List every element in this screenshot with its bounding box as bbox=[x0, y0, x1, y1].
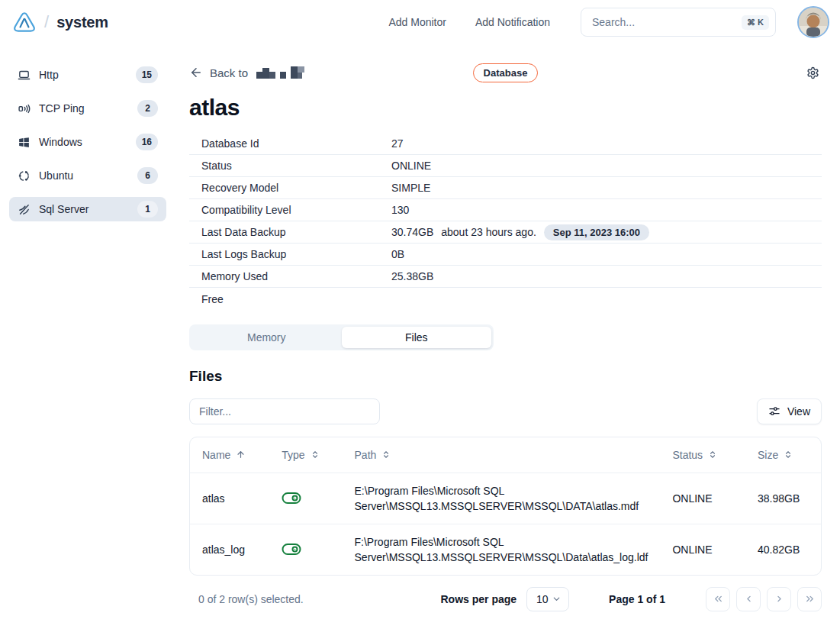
back-link[interactable]: Back to bbox=[189, 65, 473, 80]
sort-chevrons-icon bbox=[708, 450, 717, 460]
table-row-atlas[interactable]: atlas E:\Program Files\Microsoft SQL Ser… bbox=[190, 473, 821, 524]
table-header-row: Name Type Path bbox=[190, 437, 821, 473]
detail-row-database-id: Database Id 27 bbox=[189, 133, 822, 155]
sidebar-item-label: Http bbox=[39, 69, 59, 81]
sidebar-count-badge: 1 bbox=[137, 201, 158, 218]
memory-files-tabs: Memory Files bbox=[189, 324, 494, 350]
chevron-right-icon bbox=[774, 593, 785, 605]
rows-per-page-select[interactable]: 10 bbox=[526, 587, 569, 611]
files-table: Name Type Path bbox=[189, 437, 822, 576]
column-header-size[interactable]: Size bbox=[758, 449, 809, 461]
column-header-status[interactable]: Status bbox=[672, 449, 733, 461]
sidebar-count-badge: 15 bbox=[136, 66, 158, 83]
detail-row-status: Status ONLINE bbox=[189, 155, 822, 177]
file-path-cell: F:\Program Files\Microsoft SQL Server\MS… bbox=[343, 524, 661, 575]
detail-label: Last Data Backup bbox=[189, 226, 391, 238]
database-type-badge: Database bbox=[473, 63, 539, 82]
chevron-left-icon bbox=[743, 593, 755, 605]
chevrons-right-icon bbox=[804, 593, 816, 605]
sidebar: Http 15 TCP Ping 2 Windows 16 bbox=[0, 44, 177, 629]
sort-chevrons-icon bbox=[784, 450, 793, 460]
header-nav: Add Monitor Add Notification bbox=[388, 16, 550, 28]
detail-label: Free bbox=[189, 293, 391, 305]
laptop-icon bbox=[18, 69, 31, 82]
column-header-type[interactable]: Type bbox=[282, 449, 330, 461]
toggle-on-icon bbox=[282, 492, 330, 505]
add-monitor-link[interactable]: Add Monitor bbox=[388, 16, 446, 28]
detail-value: 30.74GB about 23 hours ago. Sep 11, 2023… bbox=[391, 224, 649, 240]
backup-relative-time: about 23 hours ago. bbox=[441, 226, 536, 238]
detail-label: Compatibility Level bbox=[189, 204, 391, 216]
column-header-path[interactable]: Path bbox=[355, 449, 649, 461]
rows-per-page-label: Rows per page bbox=[440, 593, 517, 605]
rows-selected-text: 0 of 2 row(s) selected. bbox=[198, 593, 440, 605]
first-page-button[interactable] bbox=[706, 587, 730, 611]
redacted-server-name bbox=[256, 65, 305, 80]
detail-row-last-logs-backup: Last Logs Backup 0B bbox=[189, 244, 822, 266]
detail-label: Recovery Model bbox=[189, 182, 391, 194]
sidebar-item-label: Ubuntu bbox=[39, 169, 73, 182]
detail-row-last-data-backup: Last Data Backup 30.74GB about 23 hours … bbox=[189, 221, 822, 244]
file-size-cell: 40.82GB bbox=[745, 524, 821, 575]
column-header-name[interactable]: Name bbox=[202, 449, 257, 461]
filter-input[interactable] bbox=[189, 398, 380, 424]
detail-row-memory-used: Memory Used 25.38GB bbox=[189, 266, 822, 288]
topbar-actions bbox=[538, 63, 822, 82]
tab-files[interactable]: Files bbox=[342, 327, 492, 348]
sort-asc-icon bbox=[236, 450, 246, 460]
add-notification-link[interactable]: Add Notification bbox=[475, 16, 550, 28]
signal-icon bbox=[18, 102, 31, 115]
sidebar-item-sql-server[interactable]: Sql Server 1 bbox=[9, 197, 166, 221]
arrow-left-icon bbox=[189, 66, 203, 79]
pagination bbox=[700, 587, 822, 611]
detail-value: 0B bbox=[391, 248, 404, 260]
main-content: Back to Database bbox=[177, 44, 840, 629]
sidebar-item-tcp-ping[interactable]: TCP Ping 2 bbox=[9, 96, 166, 121]
detail-value: 27 bbox=[391, 137, 404, 150]
table-row-atlas-log[interactable]: atlas_log F:\Program Files\Microsoft SQL… bbox=[190, 524, 821, 575]
sidebar-item-label: Sql Server bbox=[39, 203, 89, 215]
backup-size: 30.74GB bbox=[391, 226, 433, 238]
view-button-label: View bbox=[787, 405, 810, 418]
detail-value: 25.38GB bbox=[391, 270, 433, 282]
avatar[interactable] bbox=[797, 6, 829, 38]
view-button[interactable]: View bbox=[757, 398, 822, 424]
topbar: Back to Database bbox=[189, 61, 822, 84]
next-page-button[interactable] bbox=[767, 587, 791, 611]
ubuntu-icon bbox=[18, 169, 31, 182]
backup-timestamp-badge: Sep 11, 2023 16:00 bbox=[544, 224, 649, 240]
search-input[interactable] bbox=[591, 15, 742, 29]
breadcrumb: / system bbox=[12, 11, 108, 34]
detail-row-recovery-model: Recovery Model SIMPLE bbox=[189, 177, 822, 199]
detail-label: Last Logs Backup bbox=[189, 248, 391, 260]
sidebar-item-http[interactable]: Http 15 bbox=[9, 63, 166, 87]
previous-page-button[interactable] bbox=[736, 587, 761, 611]
breadcrumb-slash: / bbox=[44, 12, 49, 32]
sidebar-count-badge: 16 bbox=[136, 134, 158, 150]
detail-list: Database Id 27 Status ONLINE Recovery Mo… bbox=[189, 133, 822, 310]
last-page-button[interactable] bbox=[797, 587, 822, 611]
files-heading: Files bbox=[189, 368, 822, 385]
filter-row: View bbox=[189, 398, 822, 424]
detail-label: Database Id bbox=[189, 137, 391, 150]
search-box[interactable]: ⌘ K bbox=[581, 8, 776, 37]
chevron-down-icon bbox=[552, 594, 562, 604]
sort-chevrons-icon bbox=[381, 450, 391, 460]
back-link-label: Back to bbox=[210, 66, 248, 79]
sidebar-item-label: Windows bbox=[39, 136, 82, 148]
chevrons-left-icon bbox=[713, 593, 724, 605]
sort-chevrons-icon bbox=[311, 450, 320, 460]
rows-per-page-value: 10 bbox=[536, 593, 549, 605]
app-logo-icon[interactable] bbox=[12, 11, 37, 34]
sliders-icon bbox=[768, 405, 780, 418]
file-size-cell: 38.98GB bbox=[745, 473, 821, 524]
sidebar-item-ubuntu[interactable]: Ubuntu 6 bbox=[9, 163, 166, 188]
table-footer: 0 of 2 row(s) selected. Rows per page 10… bbox=[189, 587, 822, 611]
sidebar-item-windows[interactable]: Windows 16 bbox=[9, 130, 166, 154]
file-status-cell: ONLINE bbox=[660, 524, 745, 575]
gear-icon[interactable] bbox=[803, 63, 822, 82]
windows-icon bbox=[18, 136, 31, 149]
tab-memory[interactable]: Memory bbox=[191, 327, 342, 348]
page-title: atlas bbox=[189, 93, 822, 122]
detail-row-free: Free bbox=[189, 288, 822, 310]
